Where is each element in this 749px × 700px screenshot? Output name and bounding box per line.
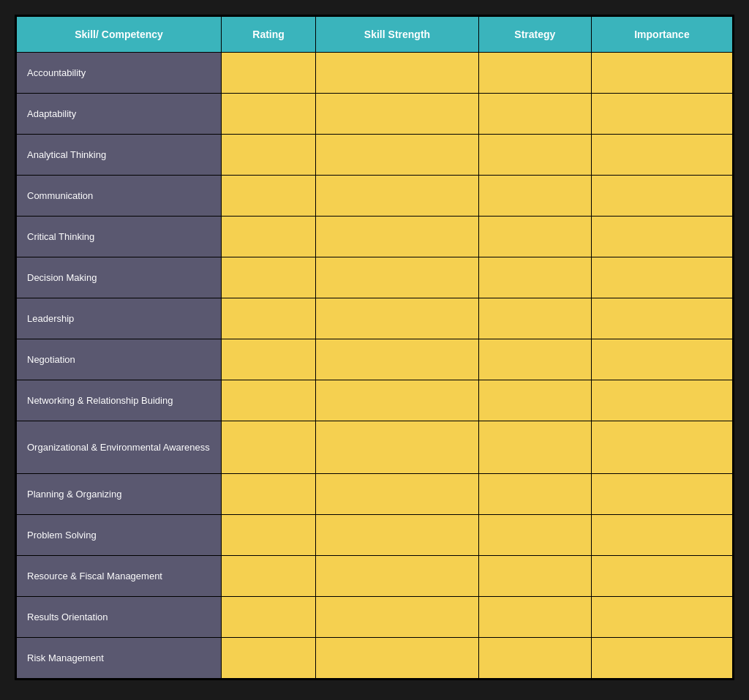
data-cell[interactable] (316, 556, 479, 597)
table-row: Results Orientation (17, 597, 733, 638)
data-cell[interactable] (222, 515, 316, 556)
table-row: Decision Making (17, 257, 733, 298)
skill-label: Accountability (17, 53, 222, 94)
table-row: Resource & Fiscal Management (17, 556, 733, 597)
skill-label: Planning & Organizing (17, 474, 222, 515)
skill-label: Critical Thinking (17, 217, 222, 257)
data-cell[interactable] (222, 474, 316, 515)
table-row: Negotiation (17, 339, 733, 380)
data-cell[interactable] (478, 298, 591, 339)
data-cell[interactable] (591, 474, 732, 515)
table-row: Organizational & Environmental Awareness (17, 421, 733, 474)
header-skill-competency: Skill/ Competency (17, 17, 222, 53)
data-cell[interactable] (316, 135, 479, 176)
data-cell[interactable] (222, 339, 316, 380)
data-cell[interactable] (316, 515, 479, 556)
skill-label: Adaptability (17, 94, 222, 135)
data-cell[interactable] (478, 135, 591, 176)
data-cell[interactable] (591, 217, 732, 257)
skill-label: Communication (17, 176, 222, 217)
data-cell[interactable] (591, 515, 732, 556)
data-cell[interactable] (316, 257, 479, 298)
data-cell[interactable] (478, 94, 591, 135)
table-row: Communication (17, 176, 733, 217)
skill-label: Organizational & Environmental Awareness (17, 421, 222, 474)
data-cell[interactable] (478, 217, 591, 257)
skill-label: Leadership (17, 298, 222, 339)
data-cell[interactable] (222, 94, 316, 135)
data-cell[interactable] (316, 474, 479, 515)
data-cell[interactable] (591, 556, 732, 597)
data-cell[interactable] (222, 380, 316, 421)
skill-label: Networking & Relationship Buiding (17, 380, 222, 421)
data-cell[interactable] (222, 257, 316, 298)
data-cell[interactable] (316, 638, 479, 679)
data-cell[interactable] (222, 217, 316, 257)
data-cell[interactable] (316, 597, 479, 638)
data-cell[interactable] (478, 556, 591, 597)
header-row: Skill/ Competency Rating Skill Strength … (17, 17, 733, 53)
data-cell[interactable] (222, 53, 316, 94)
data-cell[interactable] (478, 638, 591, 679)
data-cell[interactable] (478, 515, 591, 556)
data-cell[interactable] (591, 597, 732, 638)
table-row: Critical Thinking (17, 217, 733, 257)
data-cell[interactable] (591, 53, 732, 94)
header-importance: Importance (591, 17, 732, 53)
skill-label: Problem Solving (17, 515, 222, 556)
table-row: Planning & Organizing (17, 474, 733, 515)
data-cell[interactable] (591, 421, 732, 474)
data-cell[interactable] (591, 176, 732, 217)
table-row: Accountability (17, 53, 733, 94)
data-cell[interactable] (222, 176, 316, 217)
data-cell[interactable] (591, 380, 732, 421)
data-cell[interactable] (591, 94, 732, 135)
data-cell[interactable] (316, 217, 479, 257)
data-cell[interactable] (316, 53, 479, 94)
data-cell[interactable] (316, 339, 479, 380)
table-row: Risk Management (17, 638, 733, 679)
data-cell[interactable] (478, 339, 591, 380)
data-cell[interactable] (478, 257, 591, 298)
header-rating: Rating (222, 17, 316, 53)
data-cell[interactable] (478, 176, 591, 217)
header-strategy: Strategy (478, 17, 591, 53)
table-row: Problem Solving (17, 515, 733, 556)
data-cell[interactable] (478, 421, 591, 474)
data-cell[interactable] (222, 298, 316, 339)
data-cell[interactable] (591, 135, 732, 176)
data-cell[interactable] (222, 638, 316, 679)
data-cell[interactable] (591, 339, 732, 380)
data-cell[interactable] (316, 176, 479, 217)
data-cell[interactable] (591, 638, 732, 679)
skill-label: Results Orientation (17, 597, 222, 638)
header-skill-strength: Skill Strength (316, 17, 479, 53)
skill-label: Negotiation (17, 339, 222, 380)
data-cell[interactable] (316, 421, 479, 474)
data-cell[interactable] (478, 474, 591, 515)
table-row: Analytical Thinking (17, 135, 733, 176)
skill-label: Decision Making (17, 257, 222, 298)
data-cell[interactable] (478, 380, 591, 421)
table-row: Networking & Relationship Buiding (17, 380, 733, 421)
table-row: Adaptability (17, 94, 733, 135)
data-cell[interactable] (316, 380, 479, 421)
data-cell[interactable] (222, 421, 316, 474)
data-cell[interactable] (222, 556, 316, 597)
data-cell[interactable] (222, 597, 316, 638)
skill-label: Analytical Thinking (17, 135, 222, 176)
data-cell[interactable] (478, 53, 591, 94)
skill-label: Risk Management (17, 638, 222, 679)
data-cell[interactable] (222, 135, 316, 176)
data-cell[interactable] (316, 94, 479, 135)
data-cell[interactable] (591, 257, 732, 298)
table-row: Leadership (17, 298, 733, 339)
data-cell[interactable] (478, 597, 591, 638)
skills-table-container: Skill/ Competency Rating Skill Strength … (15, 15, 734, 680)
skills-table: Skill/ Competency Rating Skill Strength … (16, 16, 733, 679)
data-cell[interactable] (591, 298, 732, 339)
skill-label: Resource & Fiscal Management (17, 556, 222, 597)
data-cell[interactable] (316, 298, 479, 339)
